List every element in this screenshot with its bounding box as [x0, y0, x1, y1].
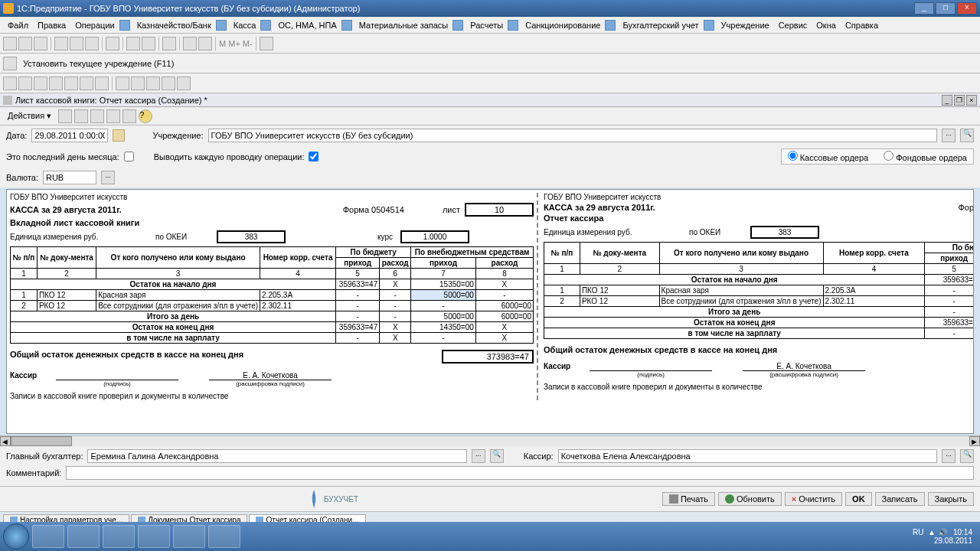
icon-7[interactable]	[95, 77, 109, 90]
icon-10[interactable]	[146, 77, 160, 90]
actions-menu[interactable]: Действия ▾	[3, 109, 56, 122]
icon-3[interactable]	[34, 77, 47, 90]
icon-4[interactable]	[49, 77, 63, 90]
icon-11[interactable]	[162, 77, 175, 90]
system-tray[interactable]: RU ▲ 🔊 10:14 29.08.2011	[913, 528, 977, 545]
icon-5[interactable]	[64, 77, 78, 90]
menu-windows[interactable]: Окна	[812, 19, 841, 31]
chief-select[interactable]: ...	[472, 449, 485, 463]
task-ie[interactable]	[138, 525, 170, 548]
icon-8[interactable]	[116, 77, 129, 90]
chief-input[interactable]	[87, 449, 466, 463]
th-from: От кого получено или кому выдано	[96, 247, 260, 269]
menu-operations[interactable]: Операции	[70, 19, 119, 31]
menu-treasury[interactable]: Казначейство/Банк	[132, 19, 216, 31]
cashier-search[interactable]: 🔍	[960, 449, 974, 463]
org-button[interactable]	[3, 57, 17, 70]
start-button[interactable]	[3, 523, 29, 549]
output-each-checkbox[interactable]	[309, 152, 318, 161]
set-org-button[interactable]: Установить текущее учреждение (F11)	[18, 57, 178, 70]
chief-search[interactable]: 🔍	[490, 449, 504, 463]
last-day-checkbox[interactable]	[124, 152, 134, 161]
menu-help[interactable]: Справка	[841, 19, 883, 31]
minimize-button[interactable]: _	[914, 2, 934, 15]
new-doc-button[interactable]	[3, 37, 17, 51]
org-search-button[interactable]: 🔍	[960, 129, 974, 142]
cashier-input[interactable]	[558, 449, 937, 463]
menu-accounting[interactable]: Бухгалтерский учет	[618, 19, 703, 31]
currency-select-button[interactable]: ...	[101, 171, 115, 184]
icon-2[interactable]	[18, 77, 32, 90]
calendar-button[interactable]	[198, 37, 212, 51]
menu-cash[interactable]: Касса	[229, 19, 261, 31]
menu-service[interactable]: Сервис	[774, 19, 812, 31]
paste-button[interactable]	[85, 37, 99, 51]
settings-button[interactable]	[260, 37, 273, 51]
task-media[interactable]	[67, 525, 100, 548]
menu-org[interactable]: Учреждение	[717, 19, 774, 31]
clear-button[interactable]: ×Очистить	[785, 492, 842, 506]
refresh-button[interactable]: Обновить	[718, 492, 782, 506]
th-budget: По бюджету	[336, 247, 411, 258]
table-row[interactable]: 2РКО 12Все сотрудники (для отражения з/п…	[11, 301, 534, 311]
actions-bar: Действия ▾ ?	[0, 107, 980, 126]
action-help[interactable]: ?	[139, 109, 152, 123]
task-explorer[interactable]	[32, 525, 64, 548]
copy-button[interactable]	[70, 37, 83, 51]
sheet-num: 10	[465, 203, 534, 217]
icon-9[interactable]	[131, 77, 145, 90]
close-button[interactable]: ×	[957, 2, 977, 15]
okei-val: 383	[217, 230, 286, 243]
sanction-icon	[508, 20, 518, 31]
task-camera[interactable]	[208, 525, 240, 548]
close-doc-button[interactable]: Закрыть	[928, 492, 974, 506]
page-org: ГОБУ ВПО Университет искусств	[10, 193, 534, 201]
menu-edit[interactable]: Правка	[33, 19, 70, 31]
cut-button[interactable]	[54, 37, 68, 51]
document-preview[interactable]: ГОБУ ВПО Университет искусств КАССА за 2…	[6, 189, 974, 434]
task-1c[interactable]	[173, 525, 205, 548]
table-row[interactable]: 1ПКО 12Красная заря2.205.3А--5000=00-	[11, 290, 534, 301]
doc-close[interactable]: ×	[966, 95, 977, 106]
cashier-select[interactable]: ...	[942, 449, 956, 463]
radio-fund[interactable]: Фондовые ордера	[884, 151, 967, 162]
accounting-icon	[605, 20, 616, 31]
action-4[interactable]	[106, 109, 120, 123]
org-select-button[interactable]: ...	[942, 129, 956, 142]
icon-6[interactable]	[80, 77, 93, 90]
comment-input[interactable]	[66, 466, 974, 480]
save-button[interactable]	[34, 37, 47, 51]
maximize-button[interactable]: □	[936, 2, 956, 15]
calc-button[interactable]	[183, 37, 197, 51]
save-doc-button[interactable]: Записать	[875, 492, 925, 506]
menu-file[interactable]: Файл	[3, 19, 33, 31]
tray-lang[interactable]: RU	[913, 528, 923, 536]
ok-button[interactable]: OK	[845, 492, 872, 506]
find-button[interactable]	[106, 37, 119, 51]
date-picker-button[interactable]	[113, 129, 125, 142]
doc-minimize[interactable]: _	[942, 95, 952, 106]
help-button[interactable]	[162, 37, 176, 51]
form-row-2: Это последний день месяца: Выводить кажд…	[0, 145, 980, 168]
icon-1[interactable]	[3, 77, 17, 90]
org-input[interactable]	[208, 129, 937, 142]
menu-sanction[interactable]: Санкционирование	[521, 19, 605, 31]
action-2[interactable]	[74, 109, 88, 123]
undo-button[interactable]	[126, 37, 140, 51]
print-button[interactable]: Печать	[662, 492, 715, 506]
menu-assets[interactable]: ОС, НМА, НПА	[273, 19, 341, 31]
menu-calc[interactable]: Расчеты	[466, 19, 508, 31]
date-input[interactable]	[31, 129, 108, 142]
action-3[interactable]	[90, 109, 104, 123]
open-button[interactable]	[18, 37, 32, 51]
action-save[interactable]	[58, 109, 72, 123]
menu-materials[interactable]: Материальные запасы	[354, 19, 453, 31]
doc-restore[interactable]: ❐	[954, 95, 965, 106]
action-5[interactable]	[122, 109, 136, 123]
currency-input[interactable]	[43, 171, 96, 184]
hscrollbar[interactable]: ◄►	[0, 435, 980, 446]
icon-12[interactable]	[177, 77, 191, 90]
task-chrome[interactable]	[103, 525, 135, 548]
redo-button[interactable]	[142, 37, 155, 51]
radio-cash[interactable]: Кассовые ордера	[788, 151, 869, 162]
